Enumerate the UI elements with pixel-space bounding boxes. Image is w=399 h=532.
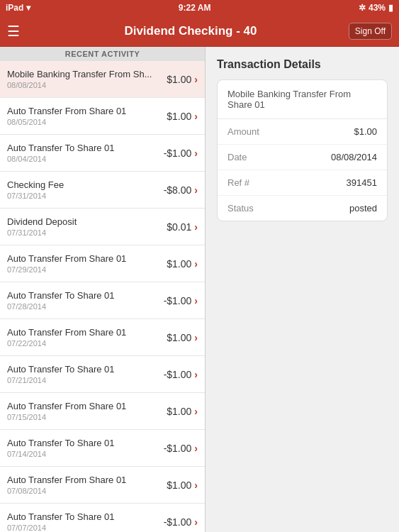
transaction-info: Auto Transfer From Share 01 07/22/2014 xyxy=(7,327,161,348)
chevron-right-icon: › xyxy=(194,443,198,454)
transaction-info: Auto Transfer To Share 01 07/14/2014 xyxy=(7,438,158,458)
transaction-name: Auto Transfer From Share 01 xyxy=(7,327,161,338)
detail-row: Status posted xyxy=(218,196,387,221)
transaction-amount: $1.00 xyxy=(167,406,191,417)
transaction-name: Checking Fee xyxy=(7,179,158,190)
nav-bar: ☰ Dividend Checking - 40 Sign Off xyxy=(0,16,399,47)
transaction-info: Checking Fee 07/31/2014 xyxy=(7,179,158,200)
transaction-right: $1.00 › xyxy=(167,258,198,270)
transaction-info: Auto Transfer From Share 01 07/08/2014 xyxy=(7,475,161,495)
transaction-date: 07/31/2014 xyxy=(7,192,158,200)
transaction-item[interactable]: Dividend Deposit 07/31/2014 $0.01 › xyxy=(0,209,205,245)
wifi-icon: ▾ xyxy=(26,3,30,13)
transaction-date: 08/08/2014 xyxy=(7,81,161,89)
transaction-name: Auto Transfer From Share 01 xyxy=(7,253,161,264)
transaction-item[interactable]: Auto Transfer To Share 01 07/07/2014 -$1… xyxy=(0,504,205,532)
chevron-right-icon: › xyxy=(194,295,198,306)
transaction-amount: -$1.00 xyxy=(164,516,192,528)
transaction-right: $1.00 › xyxy=(167,480,198,491)
detail-label: Date xyxy=(227,152,247,162)
transaction-item[interactable]: Checking Fee 07/31/2014 -$8.00 › xyxy=(0,172,205,209)
transaction-amount: $1.00 xyxy=(167,74,191,85)
transaction-amount: -$8.00 xyxy=(164,184,192,196)
detail-row: Ref # 391451 xyxy=(218,170,387,196)
transaction-item[interactable]: Auto Transfer From Share 01 07/15/2014 $… xyxy=(0,393,205,430)
transaction-right: -$1.00 › xyxy=(164,369,198,380)
detail-card: Mobile Banking Transfer From Share 01 Am… xyxy=(217,79,388,221)
bluetooth-icon: ✲ xyxy=(359,3,366,13)
main-layout: RECENT ACTIVITY Mobile Banking Transfer … xyxy=(0,47,399,532)
transaction-right: -$1.00 › xyxy=(164,443,198,454)
transaction-item[interactable]: Auto Transfer From Share 01 07/08/2014 $… xyxy=(0,467,205,504)
sign-off-button[interactable]: Sign Off xyxy=(349,23,392,40)
transaction-amount: $1.00 xyxy=(167,258,191,270)
battery-label: 43% xyxy=(369,3,386,13)
status-bar-left: iPad ▾ xyxy=(6,3,30,13)
chevron-right-icon: › xyxy=(194,258,198,270)
transaction-date: 07/08/2014 xyxy=(7,487,161,495)
chevron-right-icon: › xyxy=(194,74,198,85)
transaction-info: Auto Transfer To Share 01 08/04/2014 xyxy=(7,143,158,163)
detail-label: Ref # xyxy=(227,177,249,188)
detail-row: Date 08/08/2014 xyxy=(218,145,387,170)
transaction-name: Dividend Deposit xyxy=(7,216,161,227)
chevron-right-icon: › xyxy=(194,111,198,122)
transaction-name: Auto Transfer From Share 01 xyxy=(7,401,161,411)
transaction-info: Auto Transfer From Share 01 07/29/2014 xyxy=(7,253,161,274)
transaction-item[interactable]: Mobile Banking Transfer From Sh... 08/08… xyxy=(0,61,205,98)
transaction-right: -$1.00 › xyxy=(164,148,198,159)
detail-value: posted xyxy=(349,203,377,214)
transaction-item[interactable]: Auto Transfer From Share 01 07/22/2014 $… xyxy=(0,319,205,356)
transaction-right: $1.00 › xyxy=(167,74,198,85)
detail-value: $1.00 xyxy=(354,126,377,137)
transaction-detail-panel: Transaction Details Mobile Banking Trans… xyxy=(206,47,399,532)
transaction-right: -$1.00 › xyxy=(164,295,198,306)
chevron-right-icon: › xyxy=(194,406,198,417)
status-bar-time: 9:22 AM xyxy=(179,3,211,13)
transaction-info: Auto Transfer From Share 01 07/15/2014 xyxy=(7,401,161,421)
transaction-item[interactable]: Auto Transfer To Share 01 07/28/2014 -$1… xyxy=(0,282,205,319)
transaction-right: $0.01 › xyxy=(167,221,198,233)
transaction-name: Auto Transfer From Share 01 xyxy=(7,475,161,485)
transaction-name: Auto Transfer From Share 01 xyxy=(7,106,161,116)
device-label: iPad xyxy=(6,3,23,13)
menu-icon[interactable]: ☰ xyxy=(7,23,33,40)
transaction-item[interactable]: Auto Transfer To Share 01 08/04/2014 -$1… xyxy=(0,135,205,172)
transaction-date: 07/14/2014 xyxy=(7,450,158,458)
transaction-date: 07/31/2014 xyxy=(7,228,161,237)
transaction-amount: -$1.00 xyxy=(164,369,192,380)
chevron-right-icon: › xyxy=(194,480,198,491)
transaction-item[interactable]: Auto Transfer To Share 01 07/14/2014 -$1… xyxy=(0,430,205,467)
detail-label: Amount xyxy=(227,126,259,137)
transaction-name: Auto Transfer To Share 01 xyxy=(7,290,158,301)
transaction-right: $1.00 › xyxy=(167,111,198,122)
transaction-info: Auto Transfer To Share 01 07/07/2014 xyxy=(7,511,158,532)
transaction-list: Mobile Banking Transfer From Sh... 08/08… xyxy=(0,61,205,532)
chevron-right-icon: › xyxy=(194,369,198,380)
transaction-date: 08/04/2014 xyxy=(7,155,158,163)
transaction-amount: $1.00 xyxy=(167,332,191,343)
transaction-amount: -$1.00 xyxy=(164,443,192,454)
transaction-amount: $0.01 xyxy=(167,221,191,233)
transaction-name: Auto Transfer To Share 01 xyxy=(7,143,158,153)
detail-card-header: Mobile Banking Transfer From Share 01 xyxy=(218,80,387,119)
status-bar: iPad ▾ 9:22 AM ✲ 43% ▮ xyxy=(0,0,399,16)
detail-value: 391451 xyxy=(347,177,377,188)
transaction-info: Auto Transfer To Share 01 07/21/2014 xyxy=(7,364,158,384)
transaction-item[interactable]: Auto Transfer From Share 01 08/05/2014 $… xyxy=(0,98,205,135)
transaction-amount: -$1.00 xyxy=(164,148,192,159)
transaction-date: 07/28/2014 xyxy=(7,302,158,311)
chevron-right-icon: › xyxy=(194,332,198,343)
transaction-right: -$1.00 › xyxy=(164,516,198,528)
nav-title: Dividend Checking - 40 xyxy=(33,24,349,38)
detail-panel-title: Transaction Details xyxy=(217,58,388,71)
transaction-item[interactable]: Auto Transfer From Share 01 07/29/2014 $… xyxy=(0,245,205,282)
transaction-item[interactable]: Auto Transfer To Share 01 07/21/2014 -$1… xyxy=(0,356,205,393)
detail-label: Status xyxy=(227,203,254,214)
chevron-right-icon: › xyxy=(194,221,198,233)
chevron-right-icon: › xyxy=(194,184,198,196)
transaction-name: Auto Transfer To Share 01 xyxy=(7,438,158,448)
transaction-amount: $1.00 xyxy=(167,111,191,122)
detail-value: 08/08/2014 xyxy=(331,152,377,162)
transaction-date: 07/15/2014 xyxy=(7,413,161,421)
